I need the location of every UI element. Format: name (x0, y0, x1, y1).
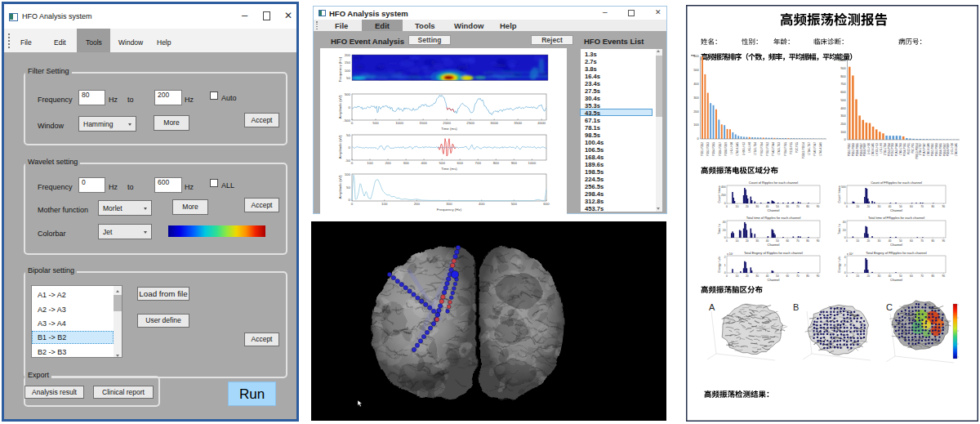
svg-text:60: 60 (910, 239, 913, 243)
svg-text:800: 800 (840, 75, 845, 78)
svg-text:30: 30 (878, 274, 881, 278)
svg-text:20: 20 (843, 229, 846, 232)
svg-text:70: 70 (920, 239, 924, 243)
svg-text:P3B2-P3B3: P3B2-P3B3 (706, 142, 710, 156)
svg-text:20: 20 (746, 205, 749, 208)
svg-text:60: 60 (910, 274, 913, 278)
svg-text:LTB3-LTB4: LTB3-LTB4 (754, 142, 757, 155)
svg-text:LTB3-LTB4: LTB3-LTB4 (884, 143, 887, 156)
svg-text:700: 700 (475, 161, 482, 165)
svg-text:500: 500 (372, 121, 379, 125)
svg-text:LH5-LH8: LH5-LH8 (880, 143, 883, 154)
svg-text:200: 200 (840, 123, 845, 126)
svg-text:900: 900 (840, 67, 845, 70)
svg-text:P7A9-P7A7: P7A9-P7A7 (813, 142, 817, 156)
svg-text:A: A (709, 302, 715, 312)
svg-text:LTA3-LTB3: LTA3-LTB3 (777, 142, 781, 155)
svg-text:4000: 4000 (537, 121, 546, 125)
svg-text:P3B4-P3B5: P3B4-P3B5 (712, 142, 715, 156)
svg-text:3000: 3000 (490, 121, 498, 125)
svg-text:Total Engery of FRipples for e: Total Engery of FRipples for each channe… (866, 251, 926, 255)
svg-text:Amplitude (uV): Amplitude (uV) (338, 135, 342, 159)
svg-text:80: 80 (931, 274, 934, 278)
svg-text:Channel: Channel (890, 208, 902, 212)
svg-text:Energy / uV²: Energy / uV² (718, 256, 721, 273)
svg-text:3500: 3500 (514, 121, 522, 125)
svg-text:100: 100 (840, 131, 845, 134)
svg-text:90: 90 (942, 205, 946, 208)
svg-text:Time / s: Time / s (718, 224, 721, 234)
svg-text:1500: 1500 (419, 121, 427, 125)
svg-text:P7A3-P7A4: P7A3-P7A4 (895, 143, 898, 156)
svg-text:80: 80 (806, 274, 809, 278)
svg-text:P3C-P35: P3C-P35 (911, 143, 915, 154)
svg-text:600: 600 (457, 161, 464, 165)
svg-text:90: 90 (942, 239, 946, 243)
svg-text:90: 90 (817, 205, 820, 208)
svg-text:70: 70 (920, 205, 924, 208)
svg-text:80: 80 (806, 239, 809, 243)
svg-text:600: 600 (840, 91, 845, 94)
svg-text:0: 0 (697, 137, 698, 141)
svg-text:P7B2-P7B3: P7B2-P7B3 (766, 142, 769, 156)
svg-text:Channel: Channel (768, 278, 780, 282)
svg-text:20: 20 (746, 274, 749, 278)
svg-text:500: 500 (841, 185, 846, 189)
svg-text:2: 2 (724, 256, 726, 259)
svg-text:70: 70 (796, 239, 800, 243)
svg-text:100: 100 (345, 69, 351, 73)
svg-text:P3B8-P3B9: P3B8-P3B9 (863, 143, 866, 156)
svg-text:P7A9-P7A7: P7A9-P7A7 (923, 143, 926, 156)
svg-text:LTB4-LTB7: LTB4-LTB7 (919, 143, 922, 156)
svg-text:LH5-LH10: LH5-LH10 (951, 143, 954, 154)
svg-text:Total time of Ripples for each: Total time of Ripples for each channel (746, 216, 801, 220)
svg-text:60: 60 (786, 205, 790, 208)
svg-text:LTA5 4-5A6: LTA5 4-5A6 (819, 142, 822, 156)
svg-text:4: 4 (844, 256, 846, 259)
svg-text:-500: -500 (343, 118, 350, 123)
svg-text:P7A3-P7A4: P7A3-P7A4 (772, 142, 775, 156)
svg-text:40: 40 (723, 221, 726, 224)
svg-text:Amplitude (uV): Amplitude (uV) (338, 95, 342, 119)
svg-text:200: 200 (385, 161, 391, 165)
svg-text:P3B2-P3B3: P3B2-P3B3 (935, 143, 938, 156)
svg-text:700: 700 (840, 83, 845, 86)
svg-text:P3B8-P3B9: P3B8-P3B9 (947, 143, 950, 156)
svg-text:x 10⁶: x 10⁶ (847, 252, 853, 256)
svg-text:LH5-LH10: LH5-LH10 (867, 143, 871, 154)
svg-text:500: 500 (693, 69, 698, 72)
svg-text:70: 70 (920, 274, 924, 278)
svg-text:100: 100 (367, 161, 373, 165)
svg-text:20: 20 (866, 274, 870, 278)
svg-text:400: 400 (479, 202, 485, 206)
svg-text:P3B6-P3B7: P3B6-P3B7 (860, 143, 863, 156)
svg-text:P3B8-P3B9: P3B8-P3B9 (724, 142, 728, 156)
svg-text:70: 70 (796, 274, 800, 278)
svg-text:500: 500 (840, 99, 845, 102)
svg-text:2500: 2500 (466, 121, 474, 125)
svg-text:30: 30 (755, 239, 759, 243)
svg-text:Channel: Channel (890, 243, 902, 247)
svg-text:100: 100 (345, 172, 351, 176)
svg-text:P7B3-P7B4: P7B3-P7B4 (888, 143, 891, 156)
svg-text:P7B4-P7B5: P7B4-P7B5 (784, 142, 787, 156)
svg-text:20: 20 (866, 205, 870, 208)
svg-text:2: 2 (844, 264, 846, 267)
svg-text:P3B1-P3B2: P3B1-P3B2 (931, 143, 934, 156)
svg-text:50: 50 (346, 76, 350, 80)
svg-text:P7B2-P7B3: P7B2-P7B3 (891, 143, 894, 156)
svg-text:60: 60 (786, 239, 790, 243)
svg-text:1000: 1000 (528, 161, 536, 165)
svg-text:100: 100 (693, 123, 698, 127)
svg-text:0: 0 (846, 239, 848, 243)
svg-text:Time (ms): Time (ms) (441, 167, 457, 171)
svg-text:2000: 2000 (443, 121, 451, 125)
svg-text:0: 0 (724, 202, 726, 205)
svg-text:30: 30 (755, 205, 759, 208)
svg-text:80: 80 (931, 205, 934, 208)
svg-text:Total Engery of Ripples for ea: Total Engery of Ripples for each channel (744, 251, 803, 255)
svg-text:0: 0 (726, 205, 728, 208)
svg-text:200: 200 (693, 110, 698, 114)
svg-text:LTA3 4-5A5: LTA3 4-5A5 (871, 143, 875, 156)
svg-text:300: 300 (446, 202, 452, 206)
